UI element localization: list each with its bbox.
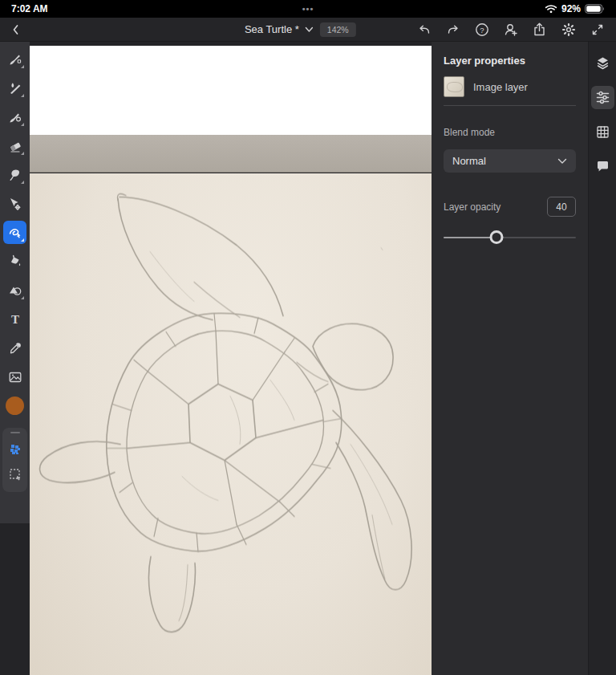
help-button[interactable]: ? <box>471 20 492 39</box>
lasso-tool[interactable] <box>3 163 26 186</box>
blend-mode-value: Normal <box>452 155 486 167</box>
wifi-icon <box>545 4 557 14</box>
fullscreen-button[interactable] <box>586 20 608 39</box>
type-tool[interactable]: T <box>3 307 26 331</box>
panel-rail <box>588 42 616 675</box>
chevron-down-icon <box>305 26 314 33</box>
layers-panel-button[interactable] <box>591 51 614 75</box>
status-bar: 7:02 AM ••• 92% <box>0 0 616 18</box>
share-button[interactable] <box>529 20 550 39</box>
back-chevron-icon <box>10 23 22 36</box>
battery-percent: 92% <box>561 3 581 14</box>
undo-button[interactable] <box>413 20 435 39</box>
blend-mode-label: Blend mode <box>444 127 576 138</box>
marquee-transform-icon <box>8 467 22 482</box>
sea-turtle-sketch <box>30 135 432 675</box>
oil-brush-icon <box>8 110 22 124</box>
oil-brush-tool[interactable] <box>3 105 26 128</box>
app-toolbar: Sea Turtle * 142% ? <box>0 18 616 42</box>
shapes-icon <box>8 283 22 298</box>
watercolor-brush-tool[interactable] <box>3 76 26 100</box>
adjust-sliders-icon <box>595 90 610 105</box>
redo-button[interactable] <box>442 20 464 39</box>
grid-settings-button[interactable] <box>591 120 614 144</box>
place-image-icon <box>8 370 22 384</box>
move-icon <box>8 197 22 211</box>
redo-icon <box>446 23 460 36</box>
group-drag-handle[interactable] <box>10 432 20 433</box>
gear-icon <box>561 22 576 37</box>
image-layer-photo[interactable] <box>30 135 432 675</box>
type-icon: T <box>8 312 22 327</box>
zoom-level-badge[interactable]: 142% <box>320 22 356 37</box>
paint-bucket-icon <box>8 254 22 269</box>
layer-opacity-value[interactable]: 40 <box>547 197 576 217</box>
grid-icon <box>595 124 610 140</box>
opacity-slider[interactable] <box>444 230 576 245</box>
layer-name-row[interactable]: Image layer <box>444 76 576 106</box>
brush-tool[interactable] <box>3 47 26 71</box>
expand-arrows-icon <box>591 23 604 36</box>
chevron-down-icon <box>557 158 567 165</box>
panel-title: Layer properties <box>444 55 576 67</box>
eyedropper-icon <box>8 341 22 356</box>
comment-bubble-icon <box>595 159 610 174</box>
svg-text:T: T <box>10 313 18 326</box>
help-icon: ? <box>475 22 489 37</box>
layer-properties-panel: Layer properties Image layer Blend mode … <box>432 42 588 675</box>
eyedropper-tool[interactable] <box>3 336 26 360</box>
pixel-selection-icon <box>8 442 22 457</box>
eraser-tool[interactable] <box>3 134 26 157</box>
paint-bucket-tool[interactable] <box>3 250 26 273</box>
pixel-selection-tool[interactable] <box>5 439 26 460</box>
shapes-tool[interactable] <box>3 279 26 302</box>
properties-panel-button[interactable] <box>591 86 614 109</box>
multitask-indicator[interactable]: ••• <box>302 4 314 14</box>
clock: 7:02 AM <box>11 3 107 14</box>
place-image-tool[interactable] <box>3 365 26 388</box>
eraser-icon <box>8 139 22 153</box>
selection-brush-tool[interactable] <box>3 221 26 244</box>
opacity-slider-thumb[interactable] <box>490 230 504 244</box>
selection-options-group <box>2 428 27 492</box>
foreground-color <box>6 396 24 415</box>
layer-thumbnail[interactable] <box>444 76 464 97</box>
blend-mode-select[interactable]: Normal <box>444 149 576 173</box>
document-title: Sea Turtle * <box>245 23 299 35</box>
undo-icon <box>417 23 432 36</box>
settings-button[interactable] <box>557 20 579 39</box>
color-swatch[interactable] <box>3 394 26 417</box>
share-icon <box>533 22 546 37</box>
comments-button[interactable] <box>591 155 614 178</box>
canvas-empty-layer-area[interactable] <box>30 46 432 135</box>
brush-icon <box>8 52 22 67</box>
document-title-menu[interactable]: Sea Turtle * <box>245 23 314 35</box>
layers-icon <box>595 55 610 71</box>
layer-opacity-label: Layer opacity <box>444 201 500 213</box>
transform-selection-tool[interactable] <box>5 464 26 485</box>
watercolor-brush-icon <box>8 81 22 96</box>
battery-icon <box>585 4 605 14</box>
invite-person-icon <box>504 22 518 37</box>
move-tool[interactable] <box>3 192 26 215</box>
tool-sidebar: T <box>0 42 30 523</box>
canvas-area[interactable] <box>30 42 432 675</box>
lasso-icon <box>8 168 22 182</box>
invite-collaborator-button[interactable] <box>500 20 521 39</box>
back-button[interactable] <box>0 23 32 36</box>
opacity-slider-fill <box>444 237 496 238</box>
svg-text:?: ? <box>480 25 484 34</box>
layer-name[interactable]: Image layer <box>473 81 528 93</box>
